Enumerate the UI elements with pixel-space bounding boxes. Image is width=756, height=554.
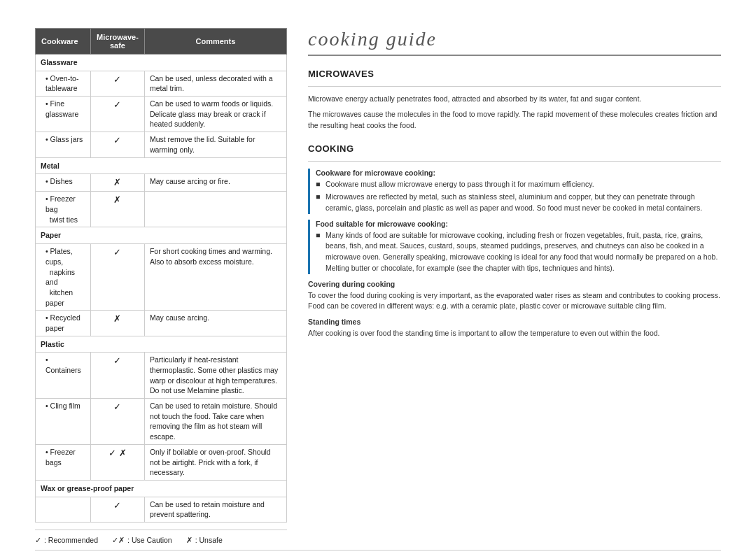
section-glassware: Glassware bbox=[36, 55, 287, 71]
check-icon: ✓ bbox=[113, 135, 121, 145]
section-metal: Metal bbox=[36, 157, 287, 174]
bullet-marker: ■ bbox=[316, 179, 321, 190]
page: Cookware Microwave-safe Comments Glasswa… bbox=[0, 0, 756, 554]
legend-use-caution-label: : Use Caution bbox=[127, 536, 172, 544]
page-title: cooking guide bbox=[308, 28, 721, 56]
table-row: • Freezer bag twist ties ✗ bbox=[36, 192, 287, 227]
col-header-cookware: Cookware bbox=[36, 29, 91, 55]
sub-title-covering: Covering during cooking bbox=[308, 280, 721, 288]
sub-title-cookware: Cookware for microwave cooking: bbox=[316, 169, 721, 177]
table-row: • Cling film ✓ Can be used to retain moi… bbox=[36, 399, 287, 445]
section-plastic: Plastic bbox=[36, 336, 287, 353]
check-icon: ✓ bbox=[113, 355, 121, 366]
table-row: • Containers ✓ Particularly if heat-resi… bbox=[36, 353, 287, 399]
microwaves-para-2: The microwaves cause the molecules in th… bbox=[308, 109, 721, 132]
right-panel: cooking guide MICROWAVES Microwave energ… bbox=[308, 28, 721, 544]
main-content: Cookware Microwave-safe Comments Glasswa… bbox=[35, 28, 721, 544]
covering-text: To cover the food during cooking is very… bbox=[308, 290, 721, 313]
legend-use-caution: ✓✗ : Use Caution bbox=[112, 536, 172, 544]
col-header-comments: Comments bbox=[144, 29, 286, 55]
bullet-text: Many kinds of food are suitable for micr… bbox=[326, 230, 721, 274]
bullet-marker: ■ bbox=[316, 192, 321, 214]
check-icon: ✓ bbox=[113, 402, 121, 412]
bullet-text: Cookware must allow microwave energy to … bbox=[326, 179, 594, 190]
cooking-subsection-food: Food suitable for microwave cooking: ■ M… bbox=[308, 220, 721, 274]
legend: ✓ : Recommended ✓✗ : Use Caution ✗ : Uns… bbox=[35, 530, 287, 544]
list-item: ■ Many kinds of food are suitable for mi… bbox=[316, 230, 721, 274]
table-row: • Oven-to-tableware ✓ Can be used, unles… bbox=[36, 71, 287, 96]
check-cross-icon: ✓ ✗ bbox=[108, 448, 127, 458]
bullet-marker: ■ bbox=[316, 230, 321, 274]
cooking-section: COOKING Cookware for microwave cooking: … bbox=[308, 143, 721, 343]
cross-symbol: ✗ bbox=[186, 536, 192, 544]
standing-text: After cooking is over food the standing … bbox=[308, 328, 721, 339]
cookware-table: Cookware Microwave-safe Comments Glasswa… bbox=[35, 28, 287, 523]
section-wax: Wax or grease-proof paper bbox=[36, 480, 287, 497]
left-panel: Cookware Microwave-safe Comments Glasswa… bbox=[35, 28, 287, 544]
cooking-subsection-covering: Covering during cooking To cover the foo… bbox=[308, 280, 721, 313]
check-symbol: ✓ bbox=[35, 536, 41, 544]
cooking-subsection-standing: Standing times After cooking is over foo… bbox=[308, 318, 721, 339]
table-row: • Plates, cups, napkins and kitchen pape… bbox=[36, 244, 287, 311]
divider bbox=[308, 161, 721, 162]
bullet-text: Microwaves are reflected by metal, such … bbox=[326, 192, 721, 214]
microwaves-section: MICROWAVES Microwave energy actually pen… bbox=[308, 69, 721, 135]
table-row: • Dishes ✗ May cause arcing or fire. bbox=[36, 174, 287, 192]
cross-icon: ✗ bbox=[113, 313, 121, 324]
microwaves-title: MICROWAVES bbox=[308, 69, 721, 79]
check-cross-symbol: ✓✗ bbox=[112, 536, 125, 544]
microwaves-para-1: Microwave energy actually penetrates foo… bbox=[308, 94, 721, 105]
check-icon: ✓ bbox=[113, 74, 121, 85]
legend-recommended-label: : Recommended bbox=[44, 536, 98, 544]
legend-recommended: ✓ : Recommended bbox=[35, 536, 98, 544]
sub-title-standing: Standing times bbox=[308, 318, 721, 326]
table-row: ✓ Can be used to retain moisture and pre… bbox=[36, 497, 287, 522]
divider bbox=[308, 86, 721, 87]
col-header-safe: Microwave-safe bbox=[90, 29, 144, 55]
table-row: • Fine glassware ✓ Can be used to warm f… bbox=[36, 97, 287, 132]
footer: MS23H3125FK_EG_DE68-04241F-00_EN.indd 26… bbox=[35, 550, 721, 554]
legend-unsafe: ✗ : Unsafe bbox=[186, 536, 223, 544]
list-item: ■ Cookware must allow microwave energy t… bbox=[316, 179, 721, 190]
check-icon: ✓ bbox=[113, 99, 121, 110]
legend-unsafe-label: : Unsafe bbox=[195, 536, 223, 544]
check-icon: ✓ bbox=[113, 500, 121, 511]
cooking-subsection-cookware: Cookware for microwave cooking: ■ Cookwa… bbox=[308, 169, 721, 213]
section-paper: Paper bbox=[36, 227, 287, 244]
table-row: • Freezer bags ✓ ✗ Only if boilable or o… bbox=[36, 444, 287, 480]
cross-icon: ✗ bbox=[113, 194, 121, 205]
sub-title-food: Food suitable for microwave cooking: bbox=[316, 220, 721, 228]
list-item: ■ Microwaves are reflected by metal, suc… bbox=[316, 192, 721, 214]
table-row: • Glass jars ✓ Must remove the lid. Suit… bbox=[36, 132, 287, 157]
cross-icon: ✗ bbox=[113, 177, 121, 187]
table-row-recycled-paper: • Recycled paper ✗ May cause arcing. bbox=[36, 311, 287, 336]
check-icon: ✓ bbox=[113, 247, 121, 257]
cooking-title: COOKING bbox=[308, 143, 721, 154]
